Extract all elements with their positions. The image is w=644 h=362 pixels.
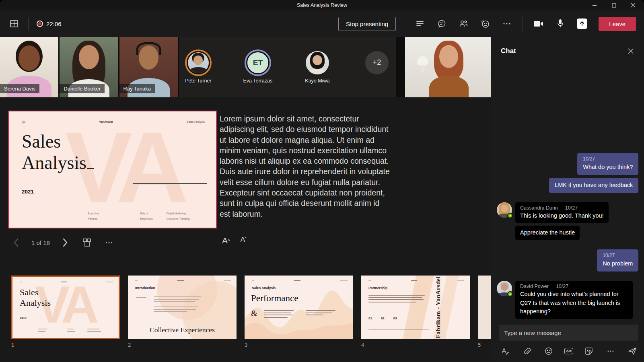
message-text: What do you think?	[583, 163, 633, 172]
thumb-vertical-text: Fabrikam - VanArsdel	[434, 276, 441, 338]
slide-thumbnail-1[interactable]: VA SalesAnalysis 2019	[11, 276, 120, 339]
meeting-timer: 22:06	[46, 21, 62, 27]
participant-name: Ray Tanaka	[119, 84, 155, 93]
participants-icon[interactable]	[457, 18, 469, 30]
video-tile-danielle-booker[interactable]: Danielle Booker	[60, 37, 118, 97]
previous-slide-icon[interactable]	[10, 237, 22, 249]
next-slide-icon[interactable]	[60, 237, 72, 249]
minimize-button[interactable]	[590, 1, 599, 10]
avatar-kayo-miwa[interactable]: Kayo Miwa	[298, 51, 337, 84]
window-title: Sales Analysis Review	[297, 2, 347, 8]
presence-available-icon	[507, 291, 513, 297]
current-slide: VA Q1 VanArsdel Sales Analysis Sales Ana…	[8, 111, 217, 228]
decrease-font-button[interactable]: Aˇ	[241, 236, 247, 244]
slide-grid-icon[interactable]	[81, 237, 93, 249]
avatar-photo	[187, 51, 210, 74]
video-tile-presenter[interactable]	[405, 37, 491, 97]
overflow-count: +2	[365, 51, 389, 74]
slide-thumbnail-3[interactable]: Sales Analysis Performance &	[245, 276, 353, 339]
gallery-layout-icon[interactable]	[8, 18, 20, 30]
slide-number: 5	[478, 342, 491, 348]
message-input[interactable]	[504, 329, 634, 336]
area-chart-decoration	[245, 276, 353, 339]
share-screen-icon[interactable]	[576, 18, 588, 30]
message-date: 10/27	[565, 205, 578, 211]
title-bar: Sales Analysis Review	[0, 0, 644, 10]
avatar-david-power[interactable]	[497, 281, 512, 296]
teams-meeting-window: Sales Analysis Review 22:06 Stop present…	[0, 0, 644, 362]
gif-icon[interactable]: GIF	[564, 348, 573, 354]
notes-icon[interactable]	[414, 18, 426, 30]
audio-participants-panel: Pete Turner ET Eva Terrazas	[179, 37, 396, 97]
sticker-icon[interactable]	[583, 345, 595, 357]
slide-brand: VanArsdel	[99, 120, 113, 123]
participant-name: Danielle Booker	[60, 84, 105, 93]
thumbnail-1-wrap: VA SalesAnalysis 2019 1	[11, 276, 120, 362]
message-input-box[interactable]	[499, 325, 638, 341]
attach-icon[interactable]	[521, 345, 533, 357]
slide-thumbnail-5[interactable]	[478, 276, 491, 339]
avatar-pete-turner[interactable]: Pete Turner	[179, 51, 218, 84]
slide-number: 1	[11, 342, 120, 348]
thumb-list-items: 01 02 03	[368, 317, 397, 320]
reactions-icon[interactable]	[479, 18, 491, 30]
emoji-icon[interactable]	[543, 345, 555, 357]
chat-message-self: LMK if you have any feedback	[549, 178, 638, 193]
message-text: This is looking good. Thank you!	[520, 212, 604, 220]
stop-presenting-button[interactable]: Stop presenting	[338, 17, 396, 31]
thumb-title: SalesAnalysis	[20, 287, 51, 309]
thumb-heading: Partnership	[368, 286, 387, 290]
message-date: 10/27	[556, 284, 568, 289]
message-text: LMK if you have any feedback	[555, 181, 633, 190]
presence-available-icon	[507, 213, 513, 218]
video-strip: Serena Davis Danielle Booker	[0, 37, 491, 97]
slide-thumbnail-4[interactable]: Partnership 01 02 03 Fabrikam - VanArsde…	[361, 276, 470, 339]
slide-corner-label: Q1	[22, 120, 25, 123]
more-options-icon[interactable]	[501, 18, 513, 30]
slide-thumbnail-2[interactable]: Introduction Collective Experiences	[128, 276, 237, 339]
increase-font-button[interactable]: A^	[222, 236, 230, 245]
leave-button[interactable]: Leave	[599, 17, 636, 31]
slide-number: 4	[361, 342, 470, 348]
thumb-big-text: Performance	[251, 293, 298, 304]
maximize-button[interactable]	[609, 1, 618, 10]
message-sender: Cassandra Dunn	[520, 205, 558, 211]
chat-message-list: 10/27 What do you think? LMK if you have…	[491, 60, 644, 323]
chat-panel: Chat 10/27 What do you think? LMK if you…	[491, 37, 644, 362]
video-tile-serena-davis[interactable]: Serena Davis	[0, 37, 58, 97]
thumb-big-text: Collective Experiences	[128, 326, 237, 334]
video-tile-ray-tanaka[interactable]: Ray Tanaka	[119, 37, 178, 97]
message-text: No problem	[603, 259, 633, 268]
participant-name: Eva Terrazas	[243, 78, 273, 84]
chat-message-other: David Power 10/27 Could you dive into wh…	[515, 281, 633, 319]
avatar-cassandra-dunn[interactable]	[497, 202, 512, 218]
slide-filmstrip: VA SalesAnalysis 2019 1	[0, 262, 491, 362]
meeting-stage-column: Serena Davis Danielle Booker	[0, 37, 491, 362]
chat-title: Chat	[501, 47, 516, 55]
presentation-stage: VA Q1 VanArsdel Sales Analysis Sales Ana…	[0, 97, 491, 262]
send-message-icon[interactable]	[626, 345, 638, 357]
message-sender: David Power	[520, 284, 549, 289]
chat-header: Chat	[491, 37, 644, 60]
toolbar-divider	[404, 17, 404, 31]
participant-name: Serena Davis	[0, 84, 39, 93]
meeting-toolbar: 22:06 Stop presenting	[0, 10, 644, 37]
close-button[interactable]	[629, 1, 638, 10]
slide-rule-line	[133, 183, 207, 184]
recording-indicator: 22:06	[37, 21, 62, 27]
participant-name: Pete Turner	[185, 78, 211, 84]
font-size-controls: A^ Aˇ	[222, 236, 247, 245]
toolbar-divider	[28, 17, 29, 31]
avatar-eva-terrazas[interactable]: ET Eva Terrazas	[239, 51, 277, 84]
thumbnail-4-wrap: Partnership 01 02 03 Fabrikam - VanArsde…	[361, 276, 470, 362]
slide-more-icon[interactable]	[103, 237, 115, 249]
close-chat-icon[interactable]	[625, 45, 637, 57]
microphone-icon[interactable]	[554, 18, 566, 30]
camera-icon[interactable]	[533, 18, 545, 30]
format-icon[interactable]	[499, 345, 511, 357]
avatar-overflow[interactable]: +2	[358, 51, 396, 84]
chat-icon[interactable]	[436, 18, 448, 30]
thumb-big-text: &	[251, 309, 257, 319]
compose-more-icon[interactable]	[605, 345, 617, 357]
toolbar-divider	[523, 17, 523, 31]
